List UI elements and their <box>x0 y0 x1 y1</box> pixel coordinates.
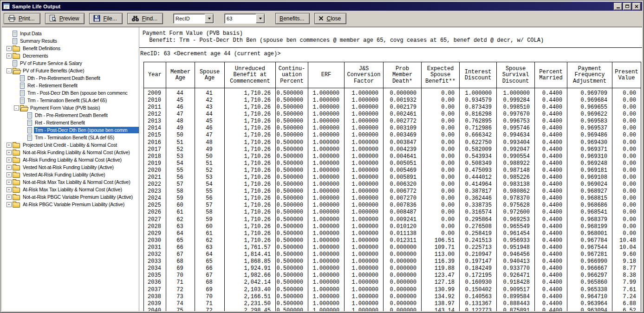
find-button[interactable]: Find... <box>127 13 163 24</box>
tree-item[interactable]: Input Data <box>2 30 139 37</box>
table-cell: 1.000000 <box>460 90 497 97</box>
expand-toggle-icon[interactable]: + <box>7 187 12 192</box>
table-cell: 1.000000 <box>308 293 345 300</box>
table-cell: 1.000000 <box>345 132 384 139</box>
preview-button[interactable]: Preview <box>45 13 85 24</box>
table-cell: 65 <box>195 258 225 265</box>
folder-icon <box>13 54 20 59</box>
benefits-button[interactable]: Benefits... <box>275 13 310 24</box>
table-cell: 0.000000 <box>384 90 422 97</box>
collapse-toggle-icon[interactable]: - <box>14 105 19 111</box>
print-button[interactable]: Print... <box>4 13 40 24</box>
column-header: Member Age <box>166 62 195 88</box>
window-controls <box>614 3 641 10</box>
table-cell: 0.622750 <box>460 139 497 146</box>
tree-item[interactable]: Summary Results <box>2 37 139 45</box>
folder-icon <box>13 173 20 178</box>
tree-item[interactable]: +Vested Not-at-Risk Funding Liability (A… <box>2 163 139 171</box>
record-number-combobox[interactable]: 63 <box>224 13 265 24</box>
table-row: 202964611,710.260.5000001.0000001.000000… <box>144 230 641 237</box>
collapse-toggle-icon[interactable]: - <box>7 68 12 73</box>
table-cell: 0.500000 <box>276 195 308 202</box>
tree-item[interactable]: -Payment Form Value (PVB basis) <box>2 104 139 111</box>
expand-toggle-icon[interactable]: + <box>7 202 12 207</box>
tree-item[interactable]: +Not-at-Risk Max Tax Liability & Normal … <box>2 178 139 186</box>
tree-item[interactable]: -PV of Future Benefits (Active) <box>2 67 139 74</box>
table-cell: 0.500000 <box>276 300 308 307</box>
close-button[interactable] <box>632 3 641 10</box>
table-cell: 1,710.26 <box>225 118 276 125</box>
tree-item[interactable]: Trm - Post-Decr Dth Ben (spouse ben comm <box>2 126 139 134</box>
tree-item[interactable]: Ret - Retirement Benefit <box>2 82 139 89</box>
expand-toggle-icon[interactable]: + <box>7 195 12 200</box>
table-cell: 0.500000 <box>276 272 308 279</box>
document-icon <box>13 31 17 37</box>
table-cell: 1.000000 <box>345 272 384 279</box>
table-cell: 0.500000 <box>276 139 308 146</box>
expand-toggle-icon[interactable]: + <box>7 157 12 163</box>
tree-item[interactable]: +Vested At-Risk Funding Liability (Activ… <box>2 171 139 178</box>
tree-item[interactable]: +Not-at-Risk Funding Liability & Normal … <box>2 149 139 156</box>
table-cell: 0.4400 <box>535 209 567 216</box>
table-cell: 0.997670 <box>497 111 535 118</box>
expand-toggle-icon[interactable]: + <box>7 150 12 155</box>
table-cell: 0.500000 <box>276 237 308 244</box>
recid-dropdown-button[interactable] <box>205 14 214 23</box>
tree-item[interactable]: Trm - Termination Benefit (SLA def 65) <box>2 134 139 141</box>
tree-item[interactable]: Dth - Pre-Retirement Death Benefit <box>2 111 139 119</box>
table-cell: 1.000000 <box>345 202 384 209</box>
table-cell: 1.000000 <box>308 209 345 216</box>
expand-toggle-icon[interactable]: + <box>7 53 12 59</box>
table-cell: 0.956933 <box>497 237 535 244</box>
table-cell: 0.003469 <box>384 132 422 139</box>
tree-item[interactable]: +At-Risk PBGC Variable Premium Liability… <box>2 201 139 208</box>
table-cell: 43 <box>195 104 225 111</box>
maximize-button[interactable] <box>623 3 631 10</box>
table-cell: 2011 <box>144 104 166 111</box>
file-button[interactable]: File... <box>89 13 122 24</box>
folder-icon <box>13 180 20 185</box>
tree-item[interactable]: +At-Risk Funding Liability & Normal Cost… <box>2 156 139 163</box>
close-output-button[interactable]: Close <box>314 13 346 24</box>
table-cell: 2019 <box>144 160 166 167</box>
table-cell: 1,710.26 <box>225 90 276 97</box>
document-icon <box>20 83 25 89</box>
table-cell: 47 <box>166 111 195 118</box>
table-cell: 0.993404 <box>497 139 535 146</box>
expand-toggle-icon[interactable]: + <box>7 143 12 148</box>
table-cell: 0.004239 <box>384 146 422 153</box>
recid-combobox[interactable]: RecID <box>173 13 214 24</box>
expand-toggle-icon[interactable]: + <box>7 46 12 51</box>
table-cell: 1.000000 <box>345 167 384 174</box>
minimize-button[interactable] <box>614 3 622 10</box>
table-cell: 0.969181 <box>567 167 612 174</box>
table-row: 203469661,924.910.5000001.0000001.000000… <box>144 265 641 272</box>
tree-item[interactable]: Ret - Retirement Benefit <box>2 119 139 126</box>
table-cell: 0.00 <box>612 223 641 230</box>
tree-item[interactable]: PV of Future Service & Salary <box>2 59 139 67</box>
table-cell: 106.51 <box>422 237 460 244</box>
expand-toggle-icon[interactable]: + <box>7 165 12 170</box>
table-cell: 0.225713 <box>460 244 497 251</box>
table-cell: 0.00 <box>422 195 460 202</box>
tree-item[interactable]: +At-Risk Max Tax Liability & Normal Cost… <box>2 186 139 193</box>
tree-item[interactable]: Trm - Post-Decr Dth Ben (spouse ben comm… <box>2 89 139 97</box>
tree-item[interactable]: +Projected Unit Credit - Liability & Nor… <box>2 141 139 149</box>
table-cell: 0.500000 <box>276 146 308 153</box>
tree-item[interactable]: Trm - Termination Benefit (SLA def 65) <box>2 97 139 104</box>
table-cell: 0.500000 <box>276 111 308 118</box>
record-number-dropdown-button[interactable] <box>256 14 265 23</box>
expand-toggle-icon[interactable]: + <box>7 180 12 185</box>
table-cell: 0.316574 <box>460 209 497 216</box>
tree-item-label: At-Risk PBGC Variable Premium Liability … <box>22 201 139 208</box>
table-cell: 0.475093 <box>460 167 497 174</box>
tree-item[interactable]: Dth - Pre-Retirement Death Benefit <box>2 74 139 82</box>
tree-item-label: Projected Unit Credit - Liability & Norm… <box>22 142 139 148</box>
tree-item[interactable]: +Benefit Definitions <box>2 45 139 52</box>
tree-toggle-slot: + <box>6 157 12 163</box>
table-cell: 55 <box>166 167 195 174</box>
expand-toggle-icon[interactable]: + <box>7 172 12 177</box>
tree-item[interactable]: +Not-at-Risk PBGC Variable Premium Liabi… <box>2 193 139 201</box>
tree-item[interactable]: +Decrements <box>2 52 139 59</box>
table-cell: 0.160930 <box>460 279 497 286</box>
